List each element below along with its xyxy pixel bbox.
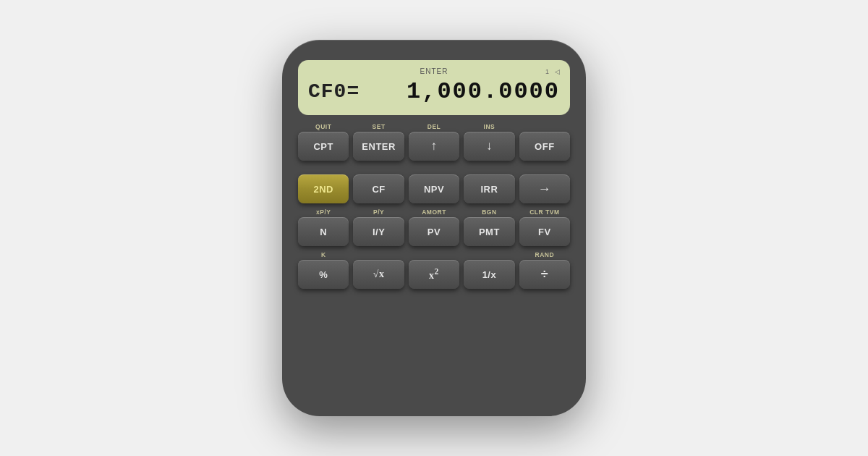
btn-top-label-iy: P/Y [373,208,384,216]
enter-label: ENTER [420,67,448,75]
btn-sqrt[interactable]: √x [353,260,404,289]
btn-wrap-npv: NPV [409,165,459,203]
btn-top-label-pct: K [321,250,326,258]
btn-wrap-up: DEL↑ [409,122,459,161]
indicator-1: 1 [545,68,549,75]
btn-wrap-arrow: → [519,165,570,203]
btn-enter[interactable]: ENTER [353,132,404,161]
btn-pct[interactable]: % [298,260,349,289]
btn-wrap-down: INS↓ [464,122,514,161]
btn-recip[interactable]: 1/x [464,260,514,289]
btn-wrap-irr: IRR [464,165,514,203]
btn-wrap-cpt: QUITCPT [298,122,349,161]
btn-top-label-fv: CLR TVM [529,208,559,216]
btn-wrap-enter: SETENTER [353,122,404,161]
display-value: 1,000.0000 [407,78,560,105]
indicator-2: ◁ [555,68,560,75]
btn-pv[interactable]: PV [409,217,459,246]
button-row-row3: xP/YNP/YI/YAMORTPVBGNPMTCLR TVMFV [298,208,570,246]
btn-wrap-div: RAND÷ [519,250,570,289]
button-section: QUITCPTSETENTERDEL↑INS↓OFF2NDCFNPVIRR→xP… [298,122,570,289]
btn-npv[interactable]: NPV [409,174,459,203]
btn-wrap-cf: CF [353,165,404,203]
btn-cpt[interactable]: CPT [298,132,349,161]
btn-cf[interactable]: CF [353,174,404,203]
display-indicators: 1 ◁ [545,68,560,75]
btn-top-label-enter: SET [373,122,386,130]
btn-wrap-sq: x2 [409,250,459,289]
btn-pmt[interactable]: PMT [464,217,514,246]
btn-wrap-fv: CLR TVMFV [519,208,570,246]
display-main: CF0= 1,000.0000 [308,78,560,105]
btn-iy[interactable]: I/Y [353,217,404,246]
button-row-row4: K%√xx21/xRAND÷ [298,250,570,289]
btn-top-label-n: xP/Y [316,208,331,216]
btn-wrap-recip: 1/x [464,250,514,289]
btn-up[interactable]: ↑ [409,132,459,161]
btn-top-label-pv: AMORT [422,208,446,216]
btn-top-label-up: DEL [427,122,441,130]
btn-top-label-cpt: QUIT [315,122,331,130]
btn-sq[interactable]: x2 [409,260,459,289]
display-panel: ENTER 1 ◁ CF0= 1,000.0000 [298,60,570,115]
btn-top-label-div: RAND [535,250,555,258]
btn-wrap-n: xP/YN [298,208,349,246]
button-row-row1: QUITCPTSETENTERDEL↑INS↓OFF [298,122,570,161]
btn-wrap-iy: P/YI/Y [353,208,404,246]
btn-irr[interactable]: IRR [464,174,514,203]
btn-off[interactable]: OFF [519,132,570,161]
btn-wrap-off: OFF [519,122,570,161]
btn-2nd[interactable]: 2ND [298,174,349,203]
btn-div[interactable]: ÷ [519,260,570,289]
btn-wrap-pv: AMORTPV [409,208,459,246]
calculator: ENTER 1 ◁ CF0= 1,000.0000 QUITCPTSETENTE… [282,40,586,416]
btn-wrap-2nd: 2ND [298,165,349,203]
btn-n[interactable]: N [298,217,349,246]
btn-top-label-pmt: BGN [482,208,496,216]
btn-wrap-pct: K% [298,250,349,289]
btn-wrap-sqrt: √x [353,250,404,289]
btn-fv[interactable]: FV [519,217,570,246]
btn-down[interactable]: ↓ [464,132,514,161]
btn-wrap-pmt: BGNPMT [464,208,514,246]
button-row-row2: 2NDCFNPVIRR→ [298,165,570,203]
btn-arrow[interactable]: → [519,174,570,203]
btn-top-label-down: INS [484,122,495,130]
register-label: CF0= [308,80,359,103]
display-top-row: ENTER 1 ◁ [308,67,560,75]
